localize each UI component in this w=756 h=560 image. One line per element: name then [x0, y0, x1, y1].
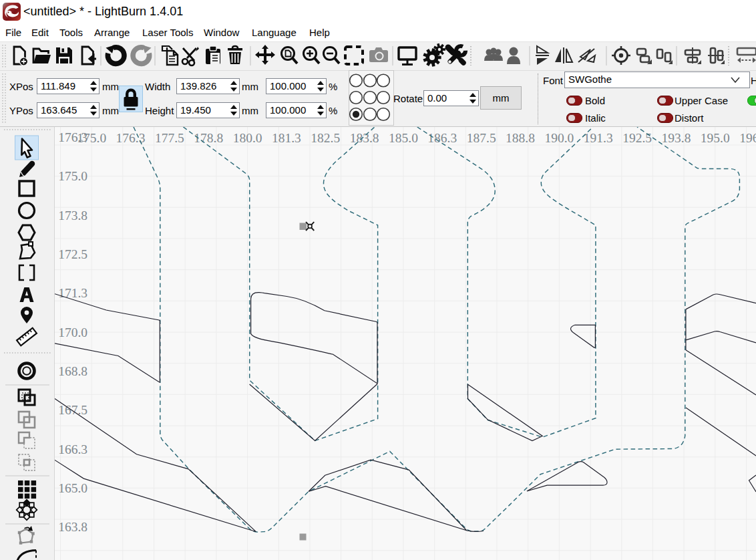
svg-text:185.0: 185.0: [389, 131, 418, 145]
svg-text:181.3: 181.3: [272, 131, 301, 145]
svg-text:187.5: 187.5: [467, 131, 496, 145]
svg-text:196.3: 196.3: [739, 131, 756, 145]
svg-text:183.8: 183.8: [350, 131, 379, 145]
svg-text:193.8: 193.8: [662, 131, 691, 145]
svg-text:168.8: 168.8: [58, 364, 87, 378]
svg-text:167.5: 167.5: [58, 403, 87, 417]
svg-text:175.0: 175.0: [58, 169, 87, 183]
svg-text:190.0: 190.0: [544, 131, 574, 145]
svg-text:171.3: 171.3: [58, 286, 87, 300]
svg-text:170.0: 170.0: [58, 325, 87, 339]
svg-text:163.8: 163.8: [58, 520, 87, 534]
svg-text:166.3: 166.3: [58, 442, 87, 456]
svg-text:172.5: 172.5: [58, 247, 87, 261]
svg-text:192.5: 192.5: [622, 131, 652, 145]
svg-text:195.0: 195.0: [701, 131, 730, 145]
svg-text:176.3: 176.3: [58, 130, 87, 144]
svg-text:173.8: 173.8: [58, 208, 87, 223]
svg-text:165.0: 165.0: [58, 481, 87, 495]
svg-text:188.8: 188.8: [506, 131, 535, 145]
svg-text:180.0: 180.0: [233, 131, 262, 145]
svg-text:191.3: 191.3: [584, 131, 613, 145]
svg-text:177.5: 177.5: [155, 131, 184, 145]
svg-text:182.5: 182.5: [311, 131, 340, 145]
